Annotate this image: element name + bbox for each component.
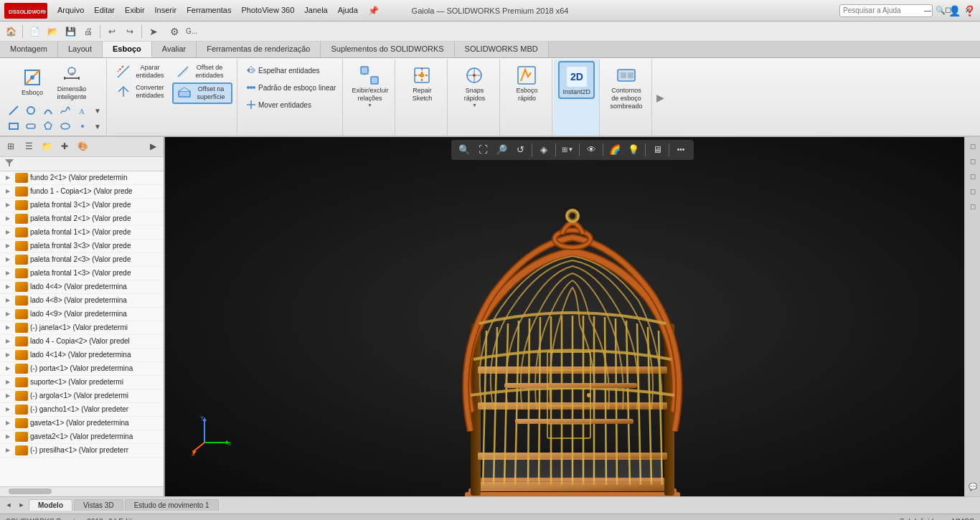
qa-redo-button[interactable]: ↪ bbox=[122, 24, 138, 39]
qa-settings-button[interactable]: ⚙ bbox=[166, 24, 182, 39]
arc-tool-button[interactable] bbox=[40, 104, 56, 117]
tab-layout[interactable]: Layout bbox=[58, 42, 103, 57]
contornos-button[interactable]: Contornos de esboço sombreado bbox=[606, 61, 647, 111]
panel-expand-button[interactable]: ▶ bbox=[145, 138, 161, 154]
qa-open-button[interactable]: 📂 bbox=[44, 24, 60, 39]
tab-montagem[interactable]: Montagem bbox=[0, 42, 58, 57]
vp-zoom-area-button[interactable]: 🔍 bbox=[456, 141, 473, 159]
vp-rotate-button[interactable]: ↺ bbox=[512, 141, 529, 159]
menu-editar[interactable]: Editar bbox=[90, 4, 119, 17]
tab-ferramentas-renderizacao[interactable]: Ferramentas de renderização bbox=[197, 42, 321, 57]
tab-vistas3d[interactable]: Vistas 3D bbox=[74, 499, 123, 511]
padrao-linear-button[interactable]: Padrão de esboço linear bbox=[243, 80, 338, 95]
vp-scene-button[interactable]: 💡 bbox=[625, 141, 642, 159]
esboço-button[interactable]: Esboço bbox=[17, 65, 48, 98]
text-tool-button[interactable]: A bbox=[75, 104, 90, 117]
repair-sketch-button[interactable]: Repair Sketch bbox=[401, 61, 443, 104]
tree-item[interactable]: ▶ (-) argola<1> (Valor predetermi bbox=[0, 389, 164, 403]
espelhar-button[interactable]: Espelhar entidades bbox=[243, 62, 338, 78]
tree-item[interactable]: ▶ suporte<1> (Valor predetermi bbox=[0, 376, 164, 389]
tab-suplementos[interactable]: Suplementos do SOLIDWORKS bbox=[321, 42, 454, 57]
bottom-nav-next[interactable]: ► bbox=[16, 499, 27, 511]
tree-item[interactable]: ▶ lado 4<9> (Valor predetermina bbox=[0, 308, 164, 321]
tree-item[interactable]: ▶ lado 4<4> (Valor predetermina bbox=[0, 280, 164, 294]
rs-chat-button[interactable]: 💬 bbox=[966, 481, 979, 493]
tab-estudo-movimento[interactable]: Estudo de movimento 1 bbox=[125, 499, 219, 511]
rect-tool-button[interactable] bbox=[6, 120, 22, 133]
exibir-relacoes-button[interactable]: Exibir/excluir relações ▼ bbox=[349, 61, 390, 109]
tree-item[interactable]: ▶ (-) janela<1> (Valor predetermi bbox=[0, 321, 164, 335]
converter-button[interactable]: Converter entidades bbox=[113, 82, 170, 101]
panel-grid-button[interactable]: ⊞ bbox=[3, 138, 19, 154]
rs-btn-5[interactable]: ◻ bbox=[966, 200, 979, 213]
slot-tool-button[interactable] bbox=[23, 120, 39, 133]
offset-superficie-button[interactable]: Offset na superfície bbox=[172, 82, 232, 104]
tab-esboço[interactable]: Esboço bbox=[103, 42, 152, 57]
vp-more-button[interactable]: ••• bbox=[672, 141, 689, 159]
vp-monitor-button[interactable]: 🖥 bbox=[649, 141, 666, 159]
spline-tool-button[interactable] bbox=[57, 104, 73, 117]
tree-item[interactable]: ▶ lado 4 - Copia<2> (Valor predel bbox=[0, 335, 164, 349]
ellipse-tool-button[interactable] bbox=[57, 120, 73, 133]
menu-ferramentas[interactable]: Ferramentas bbox=[182, 4, 235, 17]
vp-display-button[interactable]: ◈ bbox=[535, 141, 552, 159]
rs-btn-2[interactable]: ◻ bbox=[966, 155, 979, 168]
tree-item[interactable]: ▶ paleta frontal 2<1> (Valor prede bbox=[0, 212, 164, 226]
tree-item[interactable]: ▶ paleta frontal 3<1> (Valor prede bbox=[0, 199, 164, 212]
qa-home-button[interactable]: 🏠 bbox=[3, 24, 19, 39]
vp-color-button[interactable]: 🌈 bbox=[606, 141, 623, 159]
qa-save-button[interactable]: 💾 bbox=[62, 24, 78, 39]
esboço-rapido-button[interactable]: Esboço rápido bbox=[506, 61, 547, 104]
dimensão-inteligente-button[interactable]: ⌀ Dimensão inteligente bbox=[51, 61, 93, 103]
more-tools-button[interactable]: ▼ bbox=[92, 104, 103, 117]
rs-btn-4[interactable]: ◻ bbox=[966, 185, 979, 198]
panel-list-button[interactable]: ☰ bbox=[21, 138, 37, 154]
snaps-button[interactable]: Snaps rápidos ▼ bbox=[453, 61, 495, 109]
3d-viewport[interactable]: 🔍 ⛶ 🔎 ↺ ◈ ⊞▼ 👁 🌈 💡 🖥 ••• bbox=[165, 137, 980, 496]
tree-item[interactable]: ▶ (-) porta<1> (Valor predetermina bbox=[0, 362, 164, 376]
point-tool-button[interactable] bbox=[75, 120, 90, 133]
qa-print-button[interactable]: 🖨 bbox=[80, 24, 96, 39]
menu-ajuda[interactable]: Ajuda bbox=[334, 4, 362, 17]
tree-item[interactable]: ▶ (-) presilha<1> (Valor predeterr bbox=[0, 444, 164, 458]
vp-zoom-fit-button[interactable]: ⛶ bbox=[474, 141, 491, 159]
aparar-button[interactable]: Aparar entidades bbox=[113, 62, 170, 81]
tree-item[interactable]: ▶ paleta frontal 2<3> (Valor prede bbox=[0, 253, 164, 267]
panel-add-button[interactable]: ✚ bbox=[57, 138, 72, 154]
qa-undo-button[interactable]: ↩ bbox=[104, 24, 120, 39]
panel-folder-button[interactable]: 📁 bbox=[39, 138, 55, 154]
tree-item[interactable]: ▶ fundo 2<1> (Valor predetermin bbox=[0, 171, 164, 185]
close-button[interactable]: ✕ bbox=[958, 4, 977, 18]
tree-item[interactable]: ▶ gaveta<1> (Valor predetermina bbox=[0, 417, 164, 430]
tree-item[interactable]: ▶ paleta frontal 1<3> (Valor prede bbox=[0, 267, 164, 280]
vp-hide-button[interactable]: 👁 bbox=[583, 141, 600, 159]
tree-item[interactable]: ▶ paleta frontal 1<1> (Valor prede bbox=[0, 226, 164, 240]
tab-modelo[interactable]: Modelo bbox=[29, 499, 72, 511]
circle-tool-button[interactable] bbox=[23, 104, 39, 117]
mover-button[interactable]: Mover entidades bbox=[243, 97, 338, 113]
ribbon-expand[interactable]: ▶ bbox=[654, 60, 667, 136]
vp-view-button[interactable]: ⊞▼ bbox=[559, 141, 576, 159]
qa-new-button[interactable]: 📄 bbox=[27, 24, 42, 39]
qa-arrow-button[interactable]: ➤ bbox=[146, 24, 161, 39]
tree-item[interactable]: ▶ (-) gancho1<1> (Valor predeter bbox=[0, 403, 164, 417]
minimize-button[interactable]: — bbox=[918, 4, 937, 18]
tab-avaliar[interactable]: Avaliar bbox=[152, 42, 197, 57]
tree-item[interactable]: ▶ lado 4<8> (Valor predetermina bbox=[0, 294, 164, 308]
more-tools2-button[interactable]: ▼ bbox=[92, 120, 103, 133]
vp-zoom-prev-button[interactable]: 🔎 bbox=[493, 141, 510, 159]
tree-scrollbar-h[interactable] bbox=[0, 486, 164, 496]
bottom-nav-prev[interactable]: ◄ bbox=[3, 499, 14, 511]
menu-arquivo[interactable]: Arquivo bbox=[53, 4, 88, 17]
offset-button[interactable]: Offset de entidades bbox=[172, 62, 232, 81]
panel-color-button[interactable]: 🎨 bbox=[75, 138, 90, 154]
menu-pin[interactable]: 📌 bbox=[364, 4, 383, 17]
polygon-tool-button[interactable] bbox=[40, 120, 56, 133]
menu-janela[interactable]: Janela bbox=[300, 4, 331, 17]
tab-solidworks-mbd[interactable]: SOLIDWORKS MBD bbox=[455, 42, 549, 57]
instant2d-button[interactable]: 2D Instant2D bbox=[558, 61, 595, 99]
rs-btn-1[interactable]: ◻ bbox=[966, 140, 979, 153]
menu-photoview[interactable]: PhotoView 360 bbox=[237, 4, 298, 17]
menu-inserir[interactable]: Inserir bbox=[151, 4, 182, 17]
tree-item[interactable]: ▶ paleta frontal 3<3> (Valor prede bbox=[0, 240, 164, 253]
